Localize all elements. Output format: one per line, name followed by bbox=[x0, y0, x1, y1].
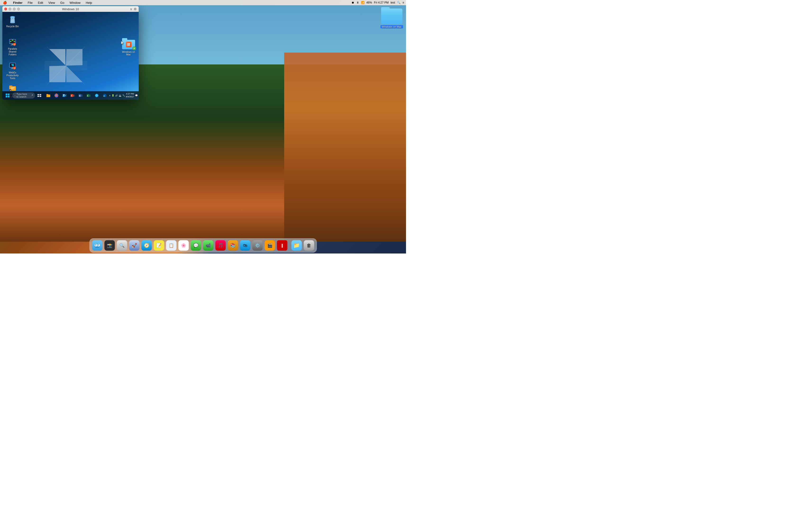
svg-rect-35 bbox=[8, 94, 9, 95]
search-icon: ○ bbox=[14, 94, 16, 97]
user-name: test bbox=[391, 1, 395, 4]
ie-taskbar[interactable] bbox=[93, 92, 101, 99]
action-center-icon[interactable]: 🔧 bbox=[122, 94, 125, 97]
maximize-button[interactable] bbox=[13, 8, 16, 10]
task-view-button[interactable] bbox=[36, 92, 43, 99]
webex-desktop-icon[interactable]: ↗ WebEx Productivity Tools bbox=[4, 60, 21, 81]
mac-menubar: 🍎 Finder File Edit View Go Window Help ⏺… bbox=[0, 0, 406, 5]
view-menu[interactable]: View bbox=[47, 0, 56, 5]
edit-menu[interactable]: Edit bbox=[37, 0, 44, 5]
window-controls bbox=[4, 8, 20, 10]
parallels-shared-desktop-icon[interactable]: ↗ Parallels Shared Folders bbox=[4, 37, 21, 57]
sysprefs-icon: ⚙️ bbox=[252, 240, 263, 251]
taskbar-time-display: 4:27 PM bbox=[126, 93, 134, 96]
window-menu[interactable]: Window bbox=[68, 0, 81, 5]
dock-screenshot[interactable]: 📸 bbox=[104, 240, 115, 251]
mac-dock: 📸 🔍 🚀 🧭 📝 📋 🌸 💬 📹 bbox=[89, 238, 317, 252]
close-button[interactable] bbox=[4, 8, 7, 10]
svg-text:Oo: Oo bbox=[63, 96, 64, 97]
win-folder-label: Windows on Mac bbox=[121, 51, 136, 56]
ie-e-taskbar[interactable]: e bbox=[101, 92, 109, 99]
svg-rect-57 bbox=[89, 95, 91, 97]
file-explorer-taskbar[interactable] bbox=[45, 92, 52, 99]
recycle-bin-desktop-icon[interactable]: Recycle Bin bbox=[4, 14, 21, 29]
dock-trash[interactable]: 🗑 bbox=[303, 240, 315, 251]
dock-launchpad[interactable]: 🚀 bbox=[128, 240, 140, 251]
chrome-taskbar[interactable] bbox=[53, 92, 60, 99]
folder-dock-icon: 📁 bbox=[291, 240, 302, 251]
file-menu[interactable]: File bbox=[27, 0, 34, 5]
window-title: Windows 10 bbox=[62, 7, 79, 11]
win10-taskbar: ○ Type here to search 🎤 bbox=[2, 91, 139, 100]
show-hidden-icon[interactable]: ∧ bbox=[109, 94, 111, 97]
dock-itunes[interactable]: 🎵 bbox=[215, 240, 226, 251]
dock-safari[interactable]: 🧭 bbox=[141, 240, 152, 251]
win-desktop-windows-on-mac-folder[interactable]: 🪟 + Windows on Mac bbox=[121, 38, 136, 56]
photos-icon: 🌸 bbox=[178, 240, 188, 251]
mac-desktop-windows-folder[interactable]: Windows on Mac bbox=[380, 7, 403, 29]
dock-finder[interactable] bbox=[92, 240, 103, 251]
window-title-icons: ∨ ⚙ bbox=[130, 7, 137, 11]
dock-stickies[interactable]: 📝 bbox=[153, 240, 164, 251]
dock-separator bbox=[289, 242, 289, 251]
network-icon[interactable]: 💻 bbox=[119, 94, 121, 97]
win10-logo bbox=[45, 44, 87, 88]
svg-text:↗: ↗ bbox=[14, 67, 15, 69]
dock-parallels-pd[interactable]: ∥ bbox=[276, 240, 288, 251]
window-chevron-icon[interactable]: ∨ bbox=[130, 7, 132, 11]
outlook-taskbar[interactable]: Oo bbox=[61, 92, 68, 99]
battery-win-icon: 🔋 bbox=[112, 94, 114, 97]
svg-rect-34 bbox=[6, 94, 7, 95]
go-menu[interactable]: Go bbox=[59, 0, 65, 5]
svg-point-44 bbox=[56, 95, 57, 96]
svg-text:e: e bbox=[104, 94, 105, 97]
svg-point-65 bbox=[98, 244, 99, 245]
dock-folder[interactable]: 📁 bbox=[291, 240, 302, 251]
win-search-box[interactable]: ○ Type here to search 🎤 bbox=[12, 93, 35, 99]
notification-center-icon[interactable]: ≡ bbox=[402, 1, 404, 4]
dock-messages[interactable]: 💬 bbox=[190, 240, 202, 251]
folder-icon bbox=[381, 7, 402, 24]
appstore-icon: 🛍 bbox=[240, 240, 250, 251]
apple-menu[interactable]: 🍎 bbox=[2, 0, 8, 5]
dock-appstore[interactable]: 🛍 bbox=[239, 240, 251, 251]
spotlight-icon[interactable]: 🔍 bbox=[397, 1, 400, 4]
svg-rect-38 bbox=[38, 94, 39, 95]
dock-ibooks[interactable]: 📚 bbox=[227, 240, 238, 251]
parallels-shared-label: Parallels Shared Folders bbox=[5, 48, 20, 56]
fullscreen-button[interactable] bbox=[17, 8, 20, 10]
messages-icon: 💬 bbox=[191, 240, 201, 251]
volume-icon[interactable]: 🔊 bbox=[115, 94, 118, 97]
itunes-icon: 🎵 bbox=[215, 240, 226, 251]
word-taskbar[interactable]: W bbox=[77, 92, 85, 99]
notifications-icon[interactable]: 💬 bbox=[135, 94, 138, 97]
win-start-button[interactable] bbox=[3, 91, 12, 100]
svg-rect-51 bbox=[72, 95, 74, 97]
wifi-icon[interactable]: 📶 bbox=[361, 1, 365, 4]
disk-diag-icon: 🔍 bbox=[117, 240, 127, 251]
kanban-icon: 📋 bbox=[166, 240, 176, 251]
svg-text:↗: ↗ bbox=[14, 44, 15, 46]
svg-text:X: X bbox=[87, 95, 88, 97]
taskbar-date-display: 8/4/2017 bbox=[126, 96, 134, 98]
svg-rect-30 bbox=[11, 88, 14, 88]
dock-vlc[interactable]: 🎬 bbox=[264, 240, 275, 251]
svg-point-64 bbox=[95, 244, 96, 245]
recycle-bin-label: Recycle Bin bbox=[5, 25, 20, 28]
window-settings-icon[interactable]: ⚙ bbox=[134, 7, 137, 11]
app-name-menu[interactable]: Finder bbox=[12, 0, 23, 5]
dock-kanban[interactable]: 📋 bbox=[165, 240, 177, 251]
excel-taskbar[interactable]: X bbox=[85, 92, 93, 99]
powerpoint-taskbar[interactable]: P bbox=[69, 92, 76, 99]
dock-facetime[interactable]: 📹 bbox=[202, 240, 214, 251]
minimize-button[interactable] bbox=[8, 8, 11, 10]
help-menu[interactable]: Help bbox=[85, 0, 93, 5]
dock-disk-diag[interactable]: 🔍 bbox=[116, 240, 127, 251]
stickies-icon: 📝 bbox=[154, 240, 164, 251]
dock-photos[interactable]: 🌸 bbox=[178, 240, 189, 251]
pause-indicator: ⏸ bbox=[356, 1, 359, 4]
svg-rect-39 bbox=[40, 94, 41, 95]
recycle-bin-image bbox=[8, 15, 17, 24]
taskbar-clock[interactable]: 4:27 PM 8/4/2017 bbox=[126, 93, 134, 98]
dock-sysprefs[interactable]: ⚙️ bbox=[252, 240, 263, 251]
